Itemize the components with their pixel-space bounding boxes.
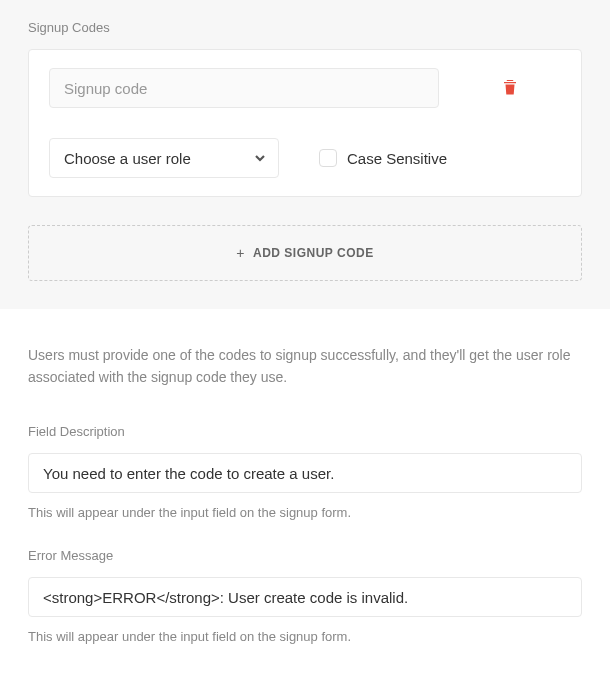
settings-section: Users must provide one of the codes to s…: [0, 309, 610, 678]
role-row: Choose a user role Case Sensitive: [49, 138, 561, 178]
user-role-select[interactable]: Choose a user role: [49, 138, 279, 178]
field-description-input[interactable]: [28, 453, 582, 493]
delete-code-button[interactable]: [499, 75, 521, 102]
error-message-helper: This will appear under the input field o…: [28, 629, 582, 644]
field-description-label: Field Description: [28, 424, 582, 439]
error-message-input[interactable]: [28, 577, 582, 617]
add-signup-code-button[interactable]: + ADD SIGNUP CODE: [28, 225, 582, 281]
case-sensitive-label: Case Sensitive: [347, 150, 447, 167]
role-select-wrap: Choose a user role: [49, 138, 279, 178]
plus-icon: +: [236, 245, 245, 261]
error-message-group: Error Message This will appear under the…: [28, 548, 582, 644]
field-description-helper: This will appear under the input field o…: [28, 505, 582, 520]
code-row: [49, 68, 561, 108]
info-text: Users must provide one of the codes to s…: [28, 345, 582, 388]
trash-icon: [503, 79, 517, 95]
error-message-label: Error Message: [28, 548, 582, 563]
signup-codes-section: Signup Codes Choose a user role: [0, 0, 610, 309]
trash-wrap: [459, 75, 561, 102]
case-sensitive-checkbox[interactable]: [319, 149, 337, 167]
add-button-label: ADD SIGNUP CODE: [253, 246, 374, 260]
signup-code-card: Choose a user role Case Sensitive: [28, 49, 582, 197]
signup-code-input[interactable]: [49, 68, 439, 108]
section-title: Signup Codes: [28, 20, 582, 35]
field-description-group: Field Description This will appear under…: [28, 424, 582, 520]
case-sensitive-wrap[interactable]: Case Sensitive: [319, 149, 447, 167]
